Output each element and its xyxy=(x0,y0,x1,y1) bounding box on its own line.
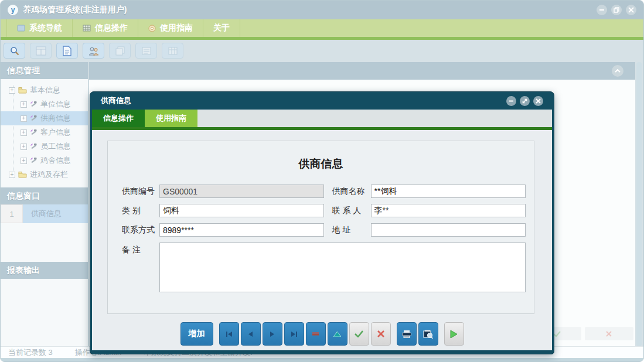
remark-label: 备 注 xyxy=(122,245,159,255)
expander-plus-icon[interactable]: + xyxy=(9,172,15,178)
tree-item-basic-info[interactable]: + 基本信息 xyxy=(1,83,88,97)
supplier-info-dialog: 供商信息 信息操作 使用指南 供商信息 供商编号 xyxy=(90,91,554,354)
window-icon[interactable] xyxy=(30,43,52,59)
category-field[interactable] xyxy=(159,204,324,217)
address-field[interactable] xyxy=(371,223,526,237)
app-window: y 养鸡场管理系统(非注册用户) 系统导航 信息操作 使用指南 关于 xyxy=(0,0,644,362)
expander-plus-icon[interactable]: + xyxy=(21,115,27,122)
cancel-x-icon[interactable] xyxy=(585,327,633,340)
tool-icon xyxy=(30,129,38,136)
window-controls xyxy=(597,5,636,15)
menu-item-system-nav[interactable]: 系统导航 xyxy=(6,19,73,37)
dialog-title: 供商信息 xyxy=(101,95,131,106)
tree-item-label: 单位信息 xyxy=(40,99,71,110)
tool-icon xyxy=(30,115,38,122)
address-label: 地 址 xyxy=(332,225,371,235)
tree-item-unit-info[interactable]: + 单位信息 xyxy=(1,97,88,111)
expander-plus-icon[interactable]: + xyxy=(21,144,27,150)
users-icon[interactable] xyxy=(83,43,104,59)
form-row: 联系方式 地 址 xyxy=(108,223,534,237)
window-list-label: 供商信息 xyxy=(23,204,88,223)
tree-item-coop-info[interactable]: + 鸡舍信息 xyxy=(1,153,88,168)
tree-item-supplier-info[interactable]: + 供商信息 xyxy=(1,111,88,125)
tree-item-employee-info[interactable]: + 员工信息 xyxy=(1,139,88,153)
form-title: 供商信息 xyxy=(108,156,534,172)
print-preview-icon[interactable] xyxy=(418,322,438,346)
document-icon[interactable] xyxy=(56,43,78,59)
dialog-body: 供商信息 供商编号 供商名称 xyxy=(92,130,552,350)
tree-item-label: 基本信息 xyxy=(30,85,60,95)
add-button[interactable]: 增加 xyxy=(180,322,213,346)
tree-item-customer-info[interactable]: + 客户信息 xyxy=(1,125,88,139)
sidebar-section-info-title: 信息管理 xyxy=(1,62,88,79)
last-record-icon[interactable] xyxy=(284,322,304,346)
supplier-name-field[interactable] xyxy=(371,185,526,198)
menu-item-info-ops[interactable]: 信息操作 xyxy=(73,19,138,37)
sidebar-section-windows-title: 信息窗口 xyxy=(1,187,88,204)
record-count-label: 当前记录数 3 xyxy=(8,347,53,358)
table-icon[interactable] xyxy=(162,43,183,59)
next-record-icon[interactable] xyxy=(263,322,282,346)
window-list: 1 供商信息 xyxy=(1,204,88,223)
dialog-titlebar: 供商信息 xyxy=(92,92,552,110)
tool-icon xyxy=(30,157,38,164)
remark-field[interactable] xyxy=(159,243,526,292)
window-list-item[interactable]: 1 供商信息 xyxy=(1,204,88,223)
window-bottom-edge xyxy=(1,358,643,361)
content-area: 信息管理 + 基本信息 + 单位信息 + 供商信息 xyxy=(1,40,643,346)
copy-icon[interactable] xyxy=(109,43,131,59)
search-icon[interactable] xyxy=(4,43,25,59)
window-square-icon xyxy=(17,25,25,32)
prev-record-icon[interactable] xyxy=(241,322,261,346)
app-logo-icon: y xyxy=(8,5,18,15)
menubar: 系统导航 信息操作 使用指南 关于 xyxy=(1,19,643,37)
tree-item-label: 进鸡及存栏 xyxy=(30,169,68,180)
phone-label: 联系方式 xyxy=(122,225,159,235)
close-icon[interactable] xyxy=(626,5,636,15)
menu-item-guide[interactable]: 使用指南 xyxy=(138,19,203,37)
supplier-code-field[interactable] xyxy=(159,185,324,198)
confirm-check-icon[interactable] xyxy=(349,322,369,346)
collapse-chevron-up-icon[interactable] xyxy=(612,65,623,77)
run-play-icon[interactable] xyxy=(444,322,464,346)
tree-item-chicken-stock[interactable]: + 进鸡及存栏 xyxy=(1,168,88,182)
help-circle-icon xyxy=(148,25,156,32)
menu-item-about[interactable]: 关于 xyxy=(203,19,240,37)
menu-item-label: 系统导航 xyxy=(29,23,62,33)
dialog-close-icon[interactable] xyxy=(533,96,543,106)
expander-plus-icon[interactable]: + xyxy=(21,129,27,136)
phone-field[interactable] xyxy=(159,223,324,237)
folder-icon xyxy=(18,87,27,94)
tab-info-ops[interactable]: 信息操作 xyxy=(92,110,145,127)
dialog-maximize-icon[interactable] xyxy=(520,96,530,106)
info-tree: + 基本信息 + 单位信息 + 供商信息 + 客户信息 xyxy=(1,79,88,187)
contact-field[interactable] xyxy=(371,204,526,217)
tab-guide[interactable]: 使用指南 xyxy=(145,110,197,127)
minimize-icon[interactable] xyxy=(597,5,607,15)
form-row: 备 注 xyxy=(108,243,534,292)
category-label: 类 别 xyxy=(122,206,159,216)
expander-plus-icon[interactable]: + xyxy=(21,101,27,108)
cancel-x-icon[interactable] xyxy=(371,322,391,346)
sidebar: 信息管理 + 基本信息 + 单位信息 + 供商信息 xyxy=(1,62,88,346)
vertical-scrollbar[interactable] xyxy=(636,62,642,346)
expander-plus-icon[interactable]: + xyxy=(9,87,15,94)
dialog-minimize-icon[interactable] xyxy=(506,96,516,106)
grid-icon xyxy=(83,25,91,32)
titlebar: y 养鸡场管理系统(非注册用户) xyxy=(1,1,643,19)
tree-item-label: 员工信息 xyxy=(40,141,71,152)
sidebar-spacer xyxy=(1,223,88,262)
first-record-icon[interactable] xyxy=(219,322,239,346)
main-pane-header xyxy=(89,62,635,80)
list-icon[interactable] xyxy=(135,43,157,59)
delete-minus-icon[interactable] xyxy=(306,322,326,346)
print-icon[interactable] xyxy=(397,322,417,346)
app-title: 养鸡场管理系统(非注册用户) xyxy=(23,5,127,15)
sidebar-section-reports-title: 报表输出 xyxy=(1,262,88,279)
top-triangle-icon[interactable] xyxy=(328,322,347,346)
maximize-restore-icon[interactable] xyxy=(611,5,622,15)
form-row: 供商编号 供商名称 xyxy=(108,185,534,198)
form-rows: 供商编号 供商名称 类 别 xyxy=(108,185,534,292)
tool-icon xyxy=(30,101,38,108)
expander-plus-icon[interactable]: + xyxy=(21,158,27,164)
